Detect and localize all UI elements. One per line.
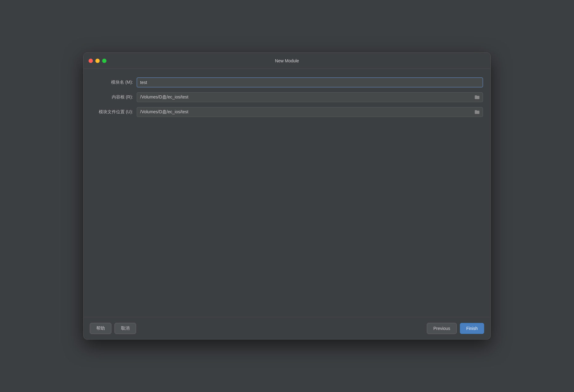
content-root-input-wrapper: [137, 92, 483, 102]
dialog-content: 模块名 (M): 内容根 (R): 模块文件位置 (U):: [84, 69, 490, 317]
module-name-input[interactable]: [137, 77, 483, 87]
module-file-label: 模块文件位置 (U):: [91, 109, 137, 115]
dialog-title: New Module: [275, 58, 299, 63]
content-root-label: 内容根 (R):: [91, 94, 137, 100]
new-module-dialog: New Module 模块名 (M): 内容根 (R): 模: [83, 52, 491, 340]
module-file-input-wrapper: [137, 107, 483, 117]
folder-icon: [474, 94, 480, 100]
dialog-footer: 帮助 取消 Previous Finish: [84, 317, 490, 339]
titlebar: New Module: [84, 53, 490, 69]
maximize-button[interactable]: [102, 59, 106, 63]
module-name-label: 模块名 (M):: [91, 80, 137, 85]
content-root-row: 内容根 (R):: [91, 92, 483, 102]
module-name-row: 模块名 (M):: [91, 77, 483, 87]
finish-button[interactable]: Finish: [460, 323, 484, 334]
window-controls: [89, 59, 106, 63]
footer-right-buttons: Previous Finish: [427, 323, 484, 334]
folder-icon: [474, 109, 480, 115]
close-button[interactable]: [89, 59, 93, 63]
help-button[interactable]: 帮助: [90, 323, 111, 334]
module-file-browse-button[interactable]: [473, 109, 481, 115]
module-file-input[interactable]: [137, 107, 483, 117]
cancel-button[interactable]: 取消: [114, 323, 136, 334]
module-file-row: 模块文件位置 (U):: [91, 107, 483, 117]
content-root-input[interactable]: [137, 92, 483, 102]
minimize-button[interactable]: [95, 59, 100, 63]
module-name-input-wrapper: [137, 77, 483, 87]
footer-left-buttons: 帮助 取消: [90, 323, 136, 334]
content-root-browse-button[interactable]: [473, 94, 481, 101]
previous-button[interactable]: Previous: [427, 323, 456, 334]
